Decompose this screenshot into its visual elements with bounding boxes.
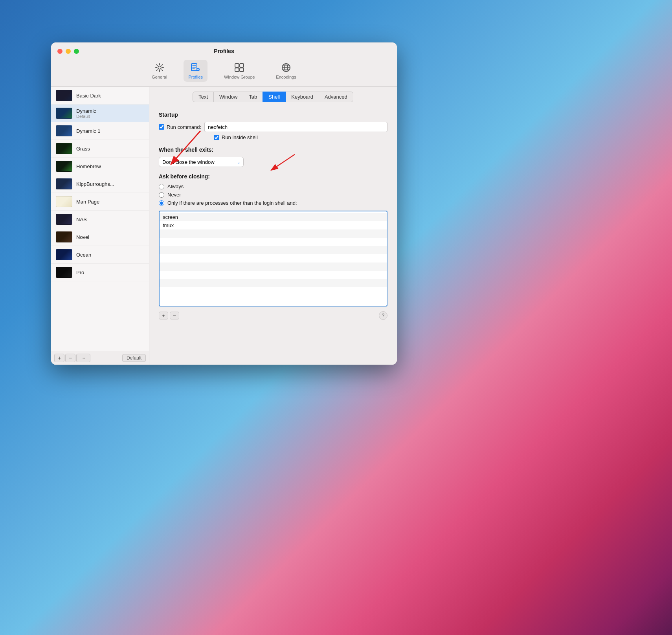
profile-item-ocean[interactable]: Ocean — [51, 246, 149, 264]
set-default-button[interactable]: Default — [122, 354, 146, 362]
profile-item-basic-dark[interactable]: Basic Dark — [51, 87, 149, 105]
settings-panel: Startup Run command: Run inside shell — [149, 105, 397, 365]
maximize-button[interactable] — [74, 49, 79, 54]
startup-section: Startup Run command: Run inside shell — [159, 112, 387, 140]
remove-process-button[interactable]: − — [170, 312, 179, 319]
ask-before-title: Ask before closing: — [159, 173, 387, 180]
more-options-button[interactable]: ··· — [76, 354, 90, 362]
tab-bar: Text Window Tab Shell Keyboard Advanced — [149, 87, 397, 105]
profile-item-kippburroughs[interactable]: KippBurroughs... — [51, 175, 149, 193]
ask-never-radio[interactable] — [159, 192, 164, 198]
profile-item-man-page[interactable]: Man Page — [51, 193, 149, 211]
encodings-label: Encodings — [276, 75, 296, 79]
svg-point-2 — [196, 68, 200, 71]
close-button[interactable] — [57, 49, 62, 54]
process-item-empty-1 — [160, 229, 387, 238]
sidebar-toolbar: + − ··· Default — [51, 351, 149, 365]
window-groups-icon — [234, 62, 245, 73]
profile-info-dynamic: Dynamic Default — [76, 108, 96, 119]
profile-info-kippburroughs: KippBurroughs... — [76, 181, 114, 187]
svg-point-0 — [158, 66, 161, 69]
profile-name-grass: Grass — [76, 146, 90, 152]
process-item-tmux[interactable]: tmux — [160, 221, 387, 229]
profile-thumb-ocean — [56, 249, 72, 260]
tab-tab[interactable]: Tab — [243, 92, 263, 102]
svg-rect-5 — [235, 68, 239, 72]
profile-thumb-kippburroughs — [56, 178, 72, 189]
run-inside-shell-row: Run inside shell — [159, 134, 387, 140]
profile-default-label: Default — [76, 114, 96, 119]
run-command-checkbox[interactable] — [159, 124, 164, 130]
remove-profile-button[interactable]: − — [65, 354, 75, 362]
svg-rect-6 — [240, 68, 244, 72]
profile-item-dynamic1[interactable]: Dynamic 1 — [51, 122, 149, 140]
profile-thumb-basic-dark — [56, 90, 72, 101]
tab-shell[interactable]: Shell — [263, 92, 286, 102]
when-exits-select[interactable]: Don't close the window Close if the shel… — [159, 157, 244, 167]
tab-text[interactable]: Text — [193, 92, 214, 102]
process-item-empty-4 — [160, 254, 387, 262]
process-item-empty-6 — [160, 271, 387, 279]
tab-advanced[interactable]: Advanced — [319, 92, 353, 102]
toolbar-item-general[interactable]: General — [147, 60, 172, 82]
svg-rect-3 — [235, 64, 239, 67]
profile-name-man-page: Man Page — [76, 199, 99, 205]
minimize-button[interactable] — [66, 49, 71, 54]
tab-window[interactable]: Window — [213, 92, 243, 102]
profile-name-ocean: Ocean — [76, 252, 91, 258]
ask-only-if-label: Only if there are processes other than t… — [167, 200, 297, 206]
profile-item-homebrew[interactable]: Homebrew — [51, 158, 149, 175]
help-button[interactable]: ? — [379, 311, 387, 320]
run-command-input[interactable] — [204, 122, 387, 132]
profile-thumb-dynamic1 — [56, 125, 72, 136]
tab-keyboard[interactable]: Keyboard — [285, 92, 319, 102]
ask-always-option[interactable]: Always — [159, 184, 387, 189]
profile-thumb-man-page — [56, 196, 72, 207]
add-profile-button[interactable]: + — [54, 354, 64, 362]
profile-thumb-novel — [56, 231, 72, 242]
process-item-empty-5 — [160, 262, 387, 271]
process-list-container: screen tmux — [159, 211, 387, 306]
toolbar-item-window-groups[interactable]: Window Groups — [219, 60, 259, 82]
profile-name-kippburroughs: KippBurroughs... — [76, 181, 114, 187]
profile-thumb-pro — [56, 267, 72, 278]
ask-never-option[interactable]: Never — [159, 192, 387, 198]
run-inside-shell-checkbox[interactable] — [214, 135, 219, 140]
profiles-icon — [190, 62, 201, 73]
profile-thumb-grass — [56, 143, 72, 154]
toolbar-item-encodings[interactable]: Encodings — [271, 60, 301, 82]
profile-thumb-dynamic — [56, 108, 72, 119]
profile-info-pro: Pro — [76, 270, 84, 275]
right-panel: Text Window Tab Shell Keyboard Advanced … — [149, 87, 397, 365]
profile-item-nas[interactable]: NAS — [51, 211, 149, 228]
window-controls — [57, 49, 79, 54]
profile-info-dynamic1: Dynamic 1 — [76, 128, 100, 134]
startup-title: Startup — [159, 112, 387, 118]
ask-never-label: Never — [167, 192, 181, 198]
run-inside-shell-label-text: Run inside shell — [222, 134, 258, 140]
profile-info-grass: Grass — [76, 146, 90, 152]
profile-name-pro: Pro — [76, 270, 84, 275]
run-command-checkbox-label[interactable]: Run command: — [159, 124, 201, 130]
ask-only-if-option[interactable]: Only if there are processes other than t… — [159, 200, 387, 206]
process-item-empty-8 — [160, 287, 387, 295]
profiles-label: Profiles — [188, 75, 203, 79]
profile-item-dynamic[interactable]: Dynamic Default — [51, 105, 149, 122]
process-item-empty-7 — [160, 279, 387, 287]
main-toolbar: General Profiles Window Groups — [51, 58, 397, 86]
add-process-button[interactable]: + — [159, 312, 168, 319]
toolbar-item-profiles[interactable]: Profiles — [184, 60, 207, 82]
when-exits-section: When the shell exits: Don't close the wi… — [159, 147, 387, 167]
profile-item-novel[interactable]: Novel — [51, 228, 149, 246]
titlebar: Profiles — [51, 42, 397, 58]
profile-item-pro[interactable]: Pro — [51, 264, 149, 281]
profile-info-ocean: Ocean — [76, 252, 91, 258]
run-command-label-text: Run command: — [167, 124, 201, 130]
ask-only-if-radio[interactable] — [159, 200, 164, 206]
process-item-screen[interactable]: screen — [160, 213, 387, 221]
list-toolbar: + − ? — [159, 310, 387, 321]
run-inside-shell-checkbox-label[interactable]: Run inside shell — [214, 134, 258, 140]
window-title: Profiles — [214, 48, 234, 54]
ask-always-radio[interactable] — [159, 184, 164, 189]
profile-item-grass[interactable]: Grass — [51, 140, 149, 158]
